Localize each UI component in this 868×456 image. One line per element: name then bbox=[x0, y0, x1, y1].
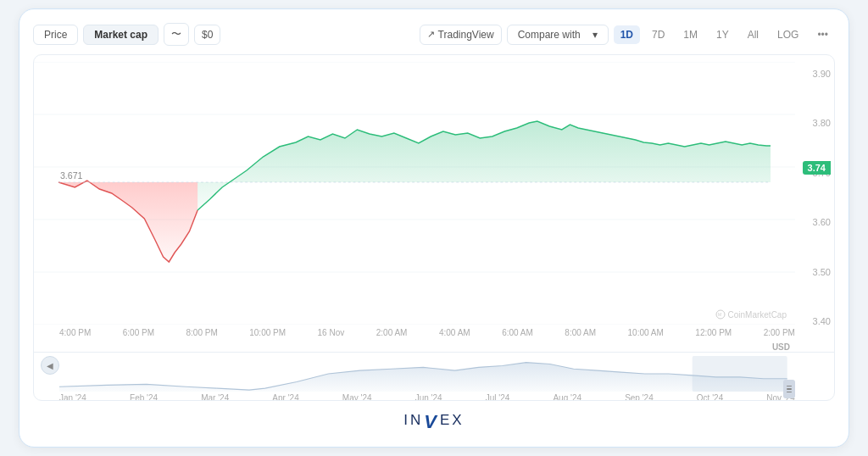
mini-x-label: Jun '24 bbox=[415, 393, 442, 401]
mini-x-label: Apr '24 bbox=[272, 393, 298, 401]
period-all[interactable]: All bbox=[741, 25, 765, 44]
x-label: 6:00 AM bbox=[502, 328, 533, 337]
mini-x-axis: Jan '24 Feb '24 Mar '24 Apr '24 May '24 … bbox=[34, 392, 834, 401]
mini-chart-svg bbox=[34, 354, 834, 392]
mini-x-label: Jul '24 bbox=[486, 393, 510, 401]
mini-x-label: Jan '24 bbox=[59, 393, 86, 401]
period-1y[interactable]: 1Y bbox=[709, 25, 736, 44]
more-btn[interactable]: ••• bbox=[810, 25, 835, 44]
y-axis: 3.90 3.80 3.70 3.74 3.60 3.50 3.40 bbox=[795, 62, 834, 352]
compare-btn[interactable]: Compare with ▾ bbox=[507, 25, 609, 45]
y-label-370: 3.70 3.74 bbox=[795, 168, 831, 178]
toolbar-left: Price Market cap 〜 $0 bbox=[33, 23, 220, 46]
y-label-380: 3.80 bbox=[795, 118, 831, 128]
scroll-line bbox=[787, 386, 792, 387]
toolbar-right: ↗ TradingView Compare with ▾ 1D 7D 1M 1Y… bbox=[420, 25, 835, 45]
y-label-340: 3.40 bbox=[795, 316, 831, 326]
x-label: 4:00 PM bbox=[59, 328, 91, 337]
mini-x-label: Sep '24 bbox=[625, 393, 654, 401]
mini-chart: ◀ Jan '24 bbox=[34, 353, 834, 400]
period-1d[interactable]: 1D bbox=[614, 25, 640, 44]
toolbar: Price Market cap 〜 $0 ↗ TradingView Comp… bbox=[33, 23, 835, 46]
logo-v: V bbox=[424, 411, 439, 433]
value-btn[interactable]: $0 bbox=[194, 25, 220, 45]
usd-label: USD bbox=[34, 342, 834, 352]
footer: IN V EX bbox=[33, 401, 835, 433]
chart-svg: 3.671 bbox=[34, 62, 834, 325]
chart-area: 3.90 3.80 3.70 3.74 3.60 3.50 3.40 bbox=[33, 54, 835, 401]
x-axis: 4:00 PM 6:00 PM 8:00 PM 10:00 PM 16 Nov … bbox=[34, 325, 834, 341]
y-label-360: 3.60 bbox=[795, 217, 831, 227]
period-1m[interactable]: 1M bbox=[676, 25, 704, 44]
logo-ex: EX bbox=[440, 412, 465, 429]
svg-text:M: M bbox=[718, 312, 721, 317]
logo-in: IN bbox=[403, 412, 423, 429]
tv-icon: ↗ bbox=[427, 29, 435, 40]
cmc-icon: M bbox=[715, 309, 726, 320]
x-label: 8:00 AM bbox=[565, 328, 596, 337]
x-label: 8:00 PM bbox=[186, 328, 218, 337]
price-tab[interactable]: Price bbox=[33, 25, 78, 45]
period-7d[interactable]: 7D bbox=[645, 25, 671, 44]
dollar-icon: $0 bbox=[202, 29, 213, 41]
line-icon: 〜 bbox=[171, 27, 181, 42]
tradingview-btn[interactable]: ↗ TradingView bbox=[420, 25, 502, 45]
mini-x-label: May '24 bbox=[342, 393, 372, 401]
watermark: M CoinMarketCap bbox=[715, 309, 787, 320]
line-chart-btn[interactable]: 〜 bbox=[164, 23, 189, 46]
y-label-390: 3.90 bbox=[795, 69, 831, 79]
svg-text:3.671: 3.671 bbox=[60, 170, 83, 181]
market-cap-tab[interactable]: Market cap bbox=[83, 25, 159, 45]
x-label: 12:00 PM bbox=[695, 328, 732, 337]
mini-x-label: Aug '24 bbox=[553, 393, 581, 401]
main-chart: 3.90 3.80 3.70 3.74 3.60 3.50 3.40 bbox=[34, 62, 834, 352]
invex-logo: IN V EX bbox=[403, 409, 464, 431]
scroll-line bbox=[787, 388, 792, 390]
scroll-line bbox=[787, 392, 792, 393]
x-label: 2:00 PM bbox=[764, 328, 795, 337]
x-label: 2:00 AM bbox=[376, 328, 408, 337]
mini-x-label: Oct '24 bbox=[697, 393, 723, 401]
current-price-badge: 3.74 bbox=[803, 161, 831, 175]
x-label: 10:00 PM bbox=[249, 328, 286, 337]
mini-x-label: Mar '24 bbox=[201, 393, 229, 401]
x-label: 16 Nov bbox=[318, 328, 345, 337]
x-label: 6:00 PM bbox=[123, 328, 154, 337]
main-container: Price Market cap 〜 $0 ↗ TradingView Comp… bbox=[19, 8, 849, 448]
x-label: 4:00 AM bbox=[439, 328, 470, 337]
y-label-350: 3.50 bbox=[795, 267, 831, 277]
chevron-down-icon: ▾ bbox=[593, 29, 598, 41]
period-log[interactable]: LOG bbox=[771, 25, 805, 44]
scroll-handle[interactable] bbox=[783, 380, 795, 398]
svg-rect-10 bbox=[693, 356, 787, 392]
nav-back-btn[interactable]: ◀ bbox=[41, 356, 59, 375]
x-label: 10:00 AM bbox=[628, 328, 664, 337]
mini-x-label: Feb '24 bbox=[130, 393, 158, 401]
